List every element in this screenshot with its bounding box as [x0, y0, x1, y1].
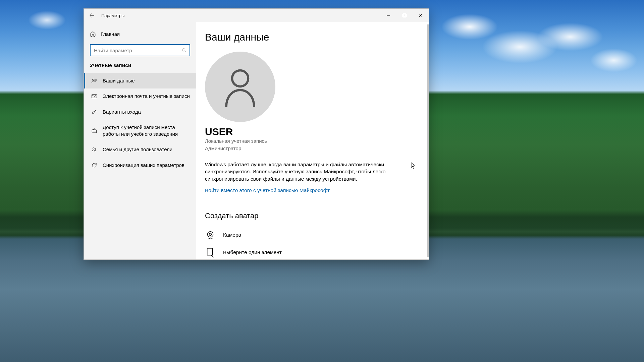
desktop-background: Параметры Главная [0, 0, 644, 362]
svg-point-1 [182, 49, 185, 51]
scrollbar[interactable] [427, 24, 429, 257]
avatar-option-browse[interactable]: Выберите один элемент [205, 244, 419, 259]
window-controls [380, 9, 429, 22]
briefcase-icon [91, 128, 97, 134]
username: USER [205, 126, 419, 137]
svg-point-6 [93, 148, 95, 149]
sidebar-category: Учетные записи [84, 62, 196, 73]
create-avatar-heading: Создать аватар [205, 212, 419, 220]
sidebar-home[interactable]: Главная [84, 28, 196, 40]
svg-point-2 [93, 79, 94, 81]
page-title: Ваши данные [205, 32, 419, 43]
maximize-icon [402, 13, 407, 17]
sidebar-item-label: Доступ к учетной записи места работы или… [103, 124, 190, 138]
svg-point-7 [95, 148, 96, 149]
sidebar-item-label: Электронная почта и учетные записи [103, 93, 190, 100]
sync-icon [91, 162, 97, 168]
arrow-left-icon [89, 12, 95, 18]
svg-rect-3 [92, 95, 97, 98]
svg-rect-0 [403, 14, 406, 17]
svg-point-10 [209, 233, 212, 235]
browse-file-icon [205, 247, 216, 258]
sidebar-item-signin-options[interactable]: Варианты входа [84, 104, 196, 120]
svg-rect-11 [207, 248, 213, 255]
search-icon [181, 48, 187, 53]
sidebar-item-email-accounts[interactable]: Электронная почта и учетные записи [84, 88, 196, 104]
home-icon [90, 31, 96, 37]
sidebar-home-label: Главная [101, 31, 120, 37]
sidebar-item-label: Ваши данные [103, 77, 135, 84]
content-pane: Ваши данные USER Локальная учетная запис… [196, 22, 429, 259]
mouse-cursor-icon [411, 162, 416, 169]
sidebar: Главная Учетные записи Ваши данные [84, 22, 196, 259]
sidebar-item-family[interactable]: Семья и другие пользователи [84, 142, 196, 157]
camera-icon [205, 230, 216, 240]
settings-window: Параметры Главная [84, 8, 429, 260]
sidebar-item-work-access[interactable]: Доступ к учетной записи места работы или… [84, 120, 196, 142]
close-icon [419, 13, 423, 17]
key-icon [91, 109, 97, 115]
maximize-button[interactable] [396, 9, 413, 22]
svg-point-9 [208, 231, 213, 237]
avatar-option-camera[interactable]: Камера [205, 226, 419, 244]
signin-microsoft-link[interactable]: Войти вместо этого с учетной записью Май… [205, 187, 330, 193]
account-role: Администратор [205, 145, 419, 152]
option-label: Камера [223, 232, 241, 238]
titlebar: Параметры [84, 9, 429, 22]
window-title: Параметры [100, 13, 124, 18]
account-type: Локальная учетная запись [205, 137, 419, 145]
search-input[interactable] [94, 48, 181, 53]
mail-icon [91, 93, 97, 99]
sidebar-item-label: Семья и другие пользователи [103, 146, 172, 153]
people-icon [91, 146, 97, 153]
close-button[interactable] [413, 9, 429, 22]
search-box[interactable] [90, 44, 190, 56]
person-card-icon [91, 78, 97, 84]
sidebar-item-label: Синхронизация ваших параметров [103, 162, 184, 169]
sidebar-item-your-info[interactable]: Ваши данные [84, 73, 196, 88]
minimize-icon [386, 13, 390, 17]
person-icon [222, 67, 259, 107]
sidebar-item-label: Варианты входа [103, 109, 141, 115]
sidebar-nav: Ваши данные Электронная почта и учетные … [84, 73, 196, 173]
avatar [205, 52, 275, 122]
svg-point-8 [232, 70, 248, 86]
sync-description: Windows работает лучше, когда ваши парам… [205, 161, 393, 183]
option-label: Выберите один элемент [223, 249, 282, 255]
sidebar-item-sync[interactable]: Синхронизация ваших параметров [84, 158, 196, 173]
minimize-button[interactable] [380, 9, 396, 22]
back-button[interactable] [84, 9, 100, 22]
svg-rect-5 [92, 130, 97, 133]
